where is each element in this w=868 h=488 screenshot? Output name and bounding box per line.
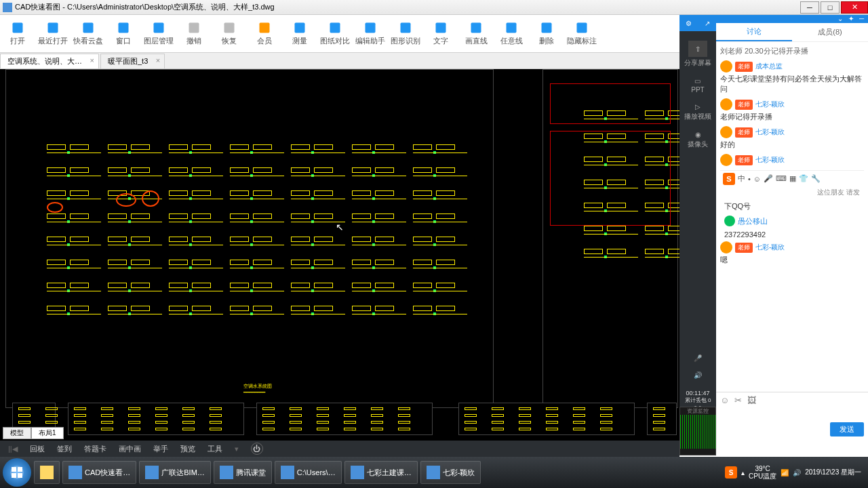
- maximize-button[interactable]: □: [821, 1, 840, 14]
- toolbar-measure-button[interactable]: 测量: [282, 15, 317, 52]
- close-tab-icon[interactable]: ×: [156, 56, 160, 64]
- user-name: 七彩-颖欣: [755, 155, 785, 165]
- avatar: [720, 154, 732, 166]
- thumbnail[interactable]: [458, 403, 635, 435]
- svg-rect-1: [48, 23, 58, 33]
- thumbnail[interactable]: [647, 403, 677, 435]
- message-text: 嗯: [720, 255, 864, 265]
- toolbar-compare-button[interactable]: 图纸对比: [317, 15, 353, 52]
- volume-tray-icon[interactable]: 🔊: [793, 469, 801, 476]
- bottom-工具-button[interactable]: 工具: [208, 444, 222, 454]
- toolbar-recent-button[interactable]: 最近打开: [35, 15, 71, 52]
- pin-icon[interactable]: ✦: [848, 15, 854, 23]
- svg-rect-14: [507, 23, 517, 33]
- chat-panel: ⌄ ✦ ─ 讨论 成员(8) 刘老师 20.30分记得开录播 老师成本总监今天七…: [716, 15, 868, 441]
- taskbar-item[interactable]: CAD快速看…: [62, 461, 136, 484]
- bottom-画中画-button[interactable]: 画中画: [119, 444, 141, 454]
- popout-icon[interactable]: ↗: [705, 20, 710, 27]
- toolbar-edit-button[interactable]: 编辑助手: [353, 15, 388, 52]
- toolbar-window-button[interactable]: 窗口: [106, 15, 141, 52]
- image-icon[interactable]: 🖼: [747, 395, 756, 405]
- gear-icon[interactable]: ⚙: [686, 20, 692, 27]
- bottom-预览-button[interactable]: 预览: [180, 444, 195, 454]
- drawing-canvas[interactable]: 空调水系统图━━━━━━━━ ↖: [0, 69, 679, 441]
- wechat-contact[interactable]: 愚公移山: [720, 214, 864, 228]
- ime-lang[interactable]: 中: [738, 174, 745, 184]
- chat-message: 老师七彩-颖欣好的: [720, 126, 864, 150]
- sogou-tray-icon[interactable]: S: [725, 466, 737, 479]
- share-screen-button[interactable]: ⇧ 分享屏幕: [684, 41, 711, 68]
- toolbar-undo-button[interactable]: 撤销: [176, 15, 212, 52]
- taskbar-item[interactable]: 七彩-颖欣: [420, 461, 481, 484]
- toolbar-hide-button[interactable]: 隐藏标注: [564, 15, 599, 52]
- svg-rect-12: [436, 23, 446, 33]
- svg-rect-5: [189, 23, 199, 33]
- minimize-button[interactable]: ─: [800, 1, 819, 14]
- dock-sidebar: ⚙↗ ⇧ 分享屏幕 ▭PPT ▷播放视频 ◉摄像头 🎤 🔊 ♫ ⛶ ⏱下课: [679, 15, 716, 441]
- system-tray[interactable]: S ▴ 39°CCPU温度 📶 🔊 2019\12\23 星期一: [725, 465, 865, 480]
- svg-rect-4: [154, 23, 164, 33]
- taskbar-item[interactable]: 七彩土建课…: [344, 461, 418, 484]
- taskbar-item[interactable]: 腾讯课堂: [214, 461, 272, 484]
- chat-messages[interactable]: 刘老师 20.30分记得开录播 老师成本总监今天七彩课堂坚持有问必答全天候为大解…: [716, 42, 868, 392]
- network-icon[interactable]: 📶: [781, 469, 789, 476]
- chevron-down-icon[interactable]: ⌄: [837, 15, 843, 23]
- resource-monitor[interactable]: 资源监控: [679, 407, 716, 455]
- tab-discuss[interactable]: 讨论: [716, 23, 792, 41]
- toolbar-free-button[interactable]: 任意线: [494, 15, 529, 52]
- toolbar-erase-button[interactable]: 删除: [529, 15, 564, 52]
- ime-skin-icon[interactable]: 👕: [799, 174, 808, 183]
- close-button[interactable]: ✕: [841, 1, 868, 14]
- taskbar-item[interactable]: C:\Users\…: [275, 461, 342, 484]
- temperature-widget[interactable]: 39°CCPU温度: [749, 465, 776, 480]
- toolbar-redo-button[interactable]: 恢复: [212, 15, 247, 52]
- bottom-答题卡-button[interactable]: 答题卡: [84, 444, 106, 454]
- start-button[interactable]: [3, 458, 31, 487]
- svg-rect-16: [577, 23, 587, 33]
- thumbnail[interactable]: [256, 403, 433, 435]
- volume-button[interactable]: 🔊: [694, 371, 702, 379]
- sogou-icon[interactable]: S: [723, 173, 735, 185]
- svg-rect-7: [260, 23, 270, 33]
- minimize-chat-icon[interactable]: ─: [859, 15, 864, 23]
- role-badge: 老师: [735, 243, 753, 253]
- document-tab[interactable]: 暖平面图_t3×: [100, 54, 165, 68]
- toolbar-layers-button[interactable]: 图层管理: [141, 15, 176, 52]
- explorer-button[interactable]: [34, 461, 60, 484]
- bottom-举手-button[interactable]: 举手: [153, 444, 168, 454]
- ime-mic-icon[interactable]: 🎤: [764, 174, 773, 183]
- play-video-button[interactable]: ▷播放视频: [684, 103, 711, 121]
- layout-tab[interactable]: 布局1: [31, 427, 64, 439]
- toolbar-vip-button[interactable]: 会员: [247, 15, 282, 52]
- ime-pad-icon[interactable]: ▦: [789, 174, 796, 183]
- tab-members[interactable]: 成员(8): [792, 24, 868, 41]
- ime-emoji-icon[interactable]: ☺: [753, 175, 761, 183]
- ime-keyboard-icon[interactable]: ⌨: [776, 174, 787, 183]
- camera-button[interactable]: ◉摄像头: [688, 131, 708, 149]
- toolbar-open-button[interactable]: 打开: [0, 15, 35, 52]
- dock-top-icons[interactable]: ⚙↗: [679, 15, 716, 31]
- bottom-签到-button[interactable]: 签到: [57, 444, 72, 454]
- ime-tool-icon[interactable]: 🔧: [811, 174, 821, 183]
- drawing-viewport-2: [542, 69, 678, 408]
- toolbar-text-button[interactable]: 文字: [423, 15, 458, 52]
- toolbar-cloud-button[interactable]: 快看云盘: [71, 15, 106, 52]
- toolbar-line-button[interactable]: 画直线: [458, 15, 494, 52]
- layout-tab[interactable]: 模型: [3, 427, 31, 439]
- send-button[interactable]: 发送: [830, 422, 864, 436]
- bottom-回板-button[interactable]: 回板: [30, 444, 45, 454]
- toolbar-recognize-button[interactable]: 图形识别: [388, 15, 423, 52]
- document-tab[interactable]: 空调系统、说明、大…×: [0, 54, 99, 68]
- emoji-icon[interactable]: ☺: [720, 395, 729, 405]
- markup-circle: [116, 193, 136, 207]
- power-button[interactable]: ⏻: [251, 443, 263, 455]
- close-tab-icon[interactable]: ×: [90, 56, 94, 64]
- thumbnail[interactable]: [68, 403, 244, 435]
- tray-chevron-icon[interactable]: ▴: [741, 469, 745, 476]
- clock[interactable]: 2019\12\23 星期一: [805, 468, 861, 477]
- taskbar-item[interactable]: 广联达BIM…: [139, 461, 211, 484]
- mic-button[interactable]: 🎤: [694, 354, 702, 362]
- ppt-button[interactable]: ▭PPT: [691, 77, 704, 94]
- scissors-icon[interactable]: ✂: [734, 395, 742, 405]
- lesson-bottom-bar: ||◀回板签到答题卡画中画举手预览工具▾⏻: [0, 441, 679, 457]
